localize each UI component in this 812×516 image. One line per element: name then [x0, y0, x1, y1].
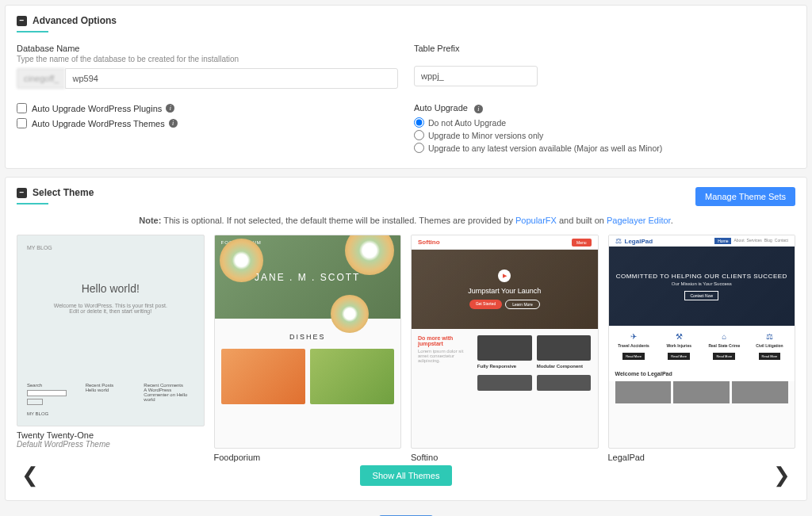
- theme-thumbnail: FOODPORIUM JANE . M . SCOTT DISHES: [214, 235, 402, 449]
- theme-thumbnail: MY BLOG Hello world! Welcome to WordPres…: [17, 235, 205, 426]
- select-theme-header: − Select Theme: [17, 187, 94, 198]
- auto-themes-input[interactable]: [17, 118, 27, 128]
- theme-name: LegalPad: [608, 453, 796, 462]
- theme-thumbnail: ⚖LegalPadHomeAboutServicesBlogContact CO…: [608, 235, 796, 449]
- theme-card-legalpad[interactable]: ⚖LegalPadHomeAboutServicesBlogContact CO…: [608, 235, 796, 449]
- pagelayer-link[interactable]: Pagelayer Editor: [607, 216, 671, 225]
- upgrade-option-none[interactable]: Do not Auto Upgrade: [414, 117, 795, 128]
- upgrade-option-latest[interactable]: Upgrade to any latest version available …: [414, 143, 795, 153]
- prev-arrow-icon[interactable]: ❮: [17, 463, 44, 487]
- advanced-options-panel: − Advanced Options Database Name Type th…: [5, 5, 807, 169]
- popularfx-link[interactable]: PopularFX: [515, 216, 557, 225]
- info-icon[interactable]: i: [169, 119, 178, 128]
- header-underline: [17, 203, 48, 204]
- manage-theme-sets-button[interactable]: Manage Theme Sets: [695, 187, 795, 206]
- theme-card-twenty-twenty-one[interactable]: MY BLOG Hello world! Welcome to WordPres…: [17, 235, 205, 449]
- dbname-input[interactable]: [65, 68, 398, 89]
- theme-note: Note: This is optional. If not selected,…: [17, 216, 795, 225]
- advanced-options-header: − Advanced Options: [17, 15, 795, 26]
- upgrade-radio-latest[interactable]: [414, 143, 424, 153]
- theme-card-softino[interactable]: SoftinoMenu ▶ Jumpstart Your Launch Get …: [411, 235, 599, 449]
- theme-name: Softino: [411, 453, 599, 462]
- auto-upgrade-plugins-checkbox[interactable]: Auto Upgrade WordPress Plugins i: [17, 103, 398, 113]
- header-underline: [17, 31, 48, 32]
- collapse-icon[interactable]: −: [17, 16, 27, 26]
- dbname-prefix: cinegoff_: [17, 68, 65, 89]
- auto-themes-label: Auto Upgrade WordPress Themes: [32, 119, 165, 128]
- info-icon[interactable]: i: [474, 105, 483, 113]
- dbname-hint: Type the name of the database to be crea…: [17, 55, 398, 63]
- theme-card-foodporium[interactable]: FOODPORIUM JANE . M . SCOTT DISHES Foodp…: [214, 235, 402, 449]
- info-icon[interactable]: i: [166, 104, 174, 113]
- advanced-options-title: Advanced Options: [33, 15, 117, 26]
- theme-name: Foodporium: [214, 453, 402, 462]
- auto-plugins-input[interactable]: [17, 103, 27, 113]
- tableprefix-input[interactable]: [414, 66, 538, 86]
- next-arrow-icon[interactable]: ❯: [768, 463, 795, 487]
- upgrade-option-minor[interactable]: Upgrade to Minor versions only: [414, 130, 795, 140]
- upgrade-radio-minor[interactable]: [414, 130, 424, 140]
- theme-subtitle: Default WordPress Theme: [17, 440, 205, 449]
- select-theme-title: Select Theme: [33, 187, 94, 198]
- theme-list: MY BLOG Hello world! Welcome to WordPres…: [17, 235, 795, 449]
- theme-name: Twenty Twenty-One: [17, 430, 205, 440]
- select-theme-panel: − Select Theme Manage Theme Sets Note: T…: [5, 177, 807, 501]
- auto-plugins-label: Auto Upgrade WordPress Plugins: [32, 104, 162, 113]
- dbname-label: Database Name: [17, 44, 398, 53]
- show-all-themes-button[interactable]: Show All Themes: [360, 465, 453, 486]
- upgrade-radio-none[interactable]: [414, 117, 424, 128]
- collapse-icon[interactable]: −: [17, 188, 27, 198]
- auto-upgrade-label: Auto Upgrade i: [414, 103, 795, 113]
- theme-thumbnail: SoftinoMenu ▶ Jumpstart Your Launch Get …: [411, 235, 599, 449]
- tableprefix-label: Table Prefix: [414, 44, 795, 53]
- auto-upgrade-themes-checkbox[interactable]: Auto Upgrade WordPress Themes i: [17, 118, 398, 128]
